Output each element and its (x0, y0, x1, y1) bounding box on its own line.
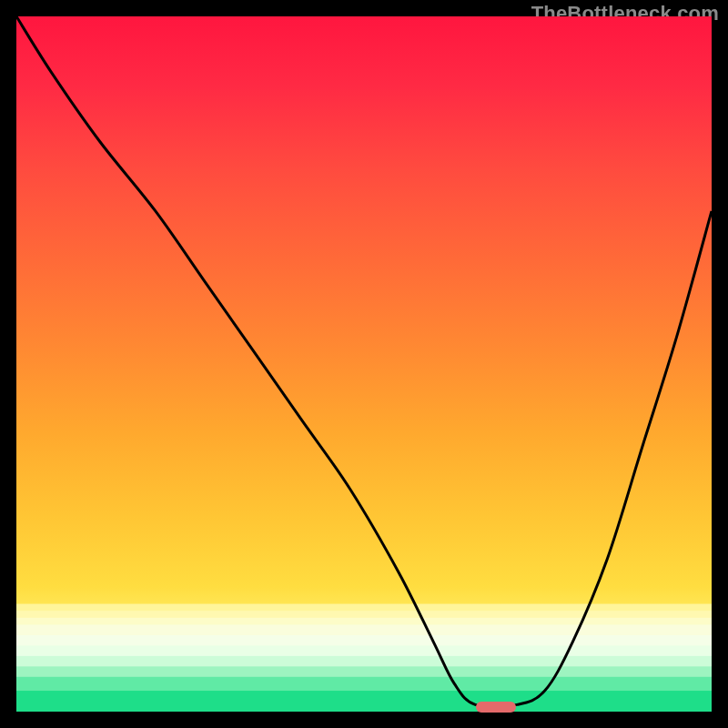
optimal-marker (476, 702, 516, 713)
chart-lower-bands (16, 604, 712, 712)
chart-plot (16, 16, 712, 712)
chart-stage: TheBottleneck.com (0, 0, 728, 728)
svg-rect-9 (16, 691, 712, 712)
